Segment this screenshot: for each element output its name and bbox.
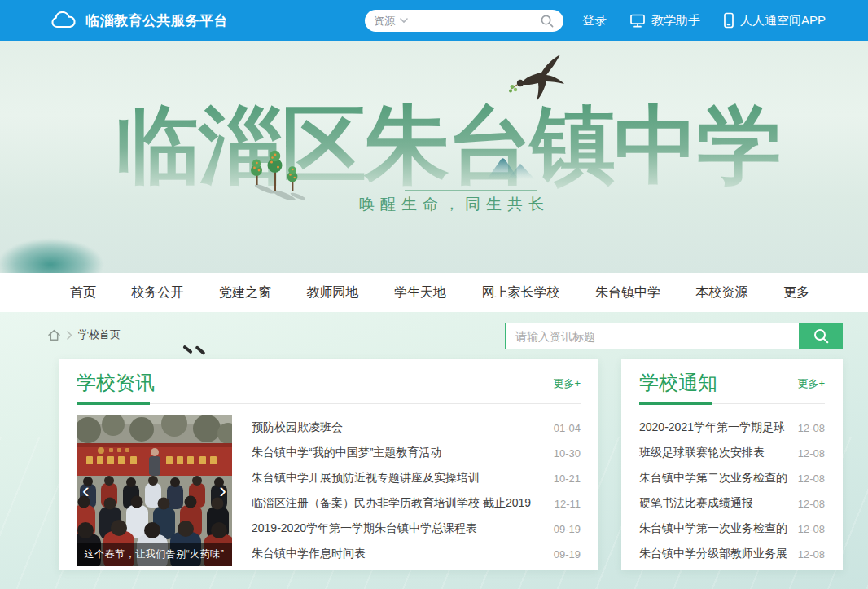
nav-link[interactable]: 首页 [70,285,96,299]
news-item-date: 09-19 [554,548,581,560]
notice-panel-title: 学校通知 [639,371,717,394]
nav-link[interactable]: 校务公开 [132,285,184,299]
teaching-assistant-link[interactable]: 教学助手 [629,13,700,29]
carousel-prev-button[interactable]: ‹ [82,480,90,501]
panel-divider [639,402,825,405]
notice-item-date: 12-08 [798,523,825,535]
school-slogan: 唤醒生命，同生共长 [324,194,585,215]
news-item[interactable]: 2019-2020学年第一学期朱台镇中学总课程表 09-19 [252,516,581,542]
notice-item[interactable]: 朱台镇中学第一次业务检查的 12-08 [639,516,825,542]
notice-item-title[interactable]: 2020-2021学年第一学期足球 [639,420,790,435]
school-name-title: 临淄区朱台镇中学 [0,93,868,199]
news-item-date: 10-30 [554,447,581,459]
notice-item-title[interactable]: 班级足球联赛轮次安排表 [639,446,790,460]
panel-divider [77,402,581,405]
notice-item[interactable]: 朱台镇中学第二次业务检查的 12-08 [639,466,825,491]
news-item-title[interactable]: 朱台镇中学作息时间表 [252,547,546,561]
news-item-date: 12-11 [555,498,581,510]
news-item[interactable]: 朱台镇中学“我的中国梦”主题教育活动 10-30 [252,441,581,466]
carousel-caption[interactable]: 这个春节，让我们告别“火药味” [77,543,232,566]
school-news-panel: 学校资讯 更多+ [59,359,598,570]
mountains-decoration-icon [487,155,549,182]
platform-brand[interactable]: 临淄教育公共服务平台 [85,11,228,30]
nav-item: 首页 [70,284,96,301]
nav-link[interactable]: 党建之窗 [219,285,271,299]
chevron-right-icon [67,331,72,340]
hill-decoration [0,222,124,273]
nav-item: 学生天地 [394,284,446,301]
news-item-title[interactable]: 2019-2020学年第一学期朱台镇中学总课程表 [252,521,546,536]
topbar-search[interactable]: 资源 [365,10,563,32]
nav-link[interactable]: 更多 [783,285,809,299]
news-search-button[interactable] [800,323,843,349]
school-notice-panel: 学校通知 更多+ 2020-2021学年第一学期足球 12-08 班级足球联赛轮… [621,359,843,570]
news-item-title[interactable]: 朱台镇中学“我的中国梦”主题教育活动 [252,446,546,460]
news-item-title[interactable]: 预防校园欺凌班会 [252,420,546,435]
news-item-title[interactable]: 临淄区注册（备案）民办非学历教育培训学校 截止2019 [252,496,546,511]
main-nav-list: 首页 校务公开 党建之窗 教师园地 学生天地 网上家长学校 朱台镇中学 [0,273,868,312]
notice-item[interactable]: 硬笔书法比赛成绩通报 12-08 [639,491,825,516]
login-link[interactable]: 登录 [582,13,607,29]
news-more-link[interactable]: 更多+ [553,376,581,394]
news-panel-title: 学校资讯 [77,371,155,394]
breadcrumb-current[interactable]: 学校首页 [78,327,121,342]
news-search-input[interactable] [505,323,800,349]
notice-item-title[interactable]: 朱台镇中学第一次业务检查的 [639,521,790,536]
monitor-icon [629,13,646,29]
notice-item[interactable]: 班级足球联赛轮次安排表 12-08 [639,441,825,466]
news-item-date: 01-04 [554,422,581,434]
content-area: 学校首页 学校资讯 更多+ [0,312,868,589]
notice-item-title[interactable]: 硬笔书法比赛成绩通报 [639,496,790,511]
notice-list: 2020-2021学年第一学期足球 12-08 班级足球联赛轮次安排表 12-0… [639,415,825,567]
news-item-date: 10-21 [554,473,581,485]
nav-link[interactable]: 朱台镇中学 [595,285,660,299]
breadcrumb: 学校首页 [47,327,121,342]
cloud-logo-icon [50,11,77,30]
main-nav: 首页 校务公开 党建之窗 教师园地 学生天地 网上家长学校 朱台镇中学 [0,273,868,312]
nav-link[interactable]: 学生天地 [394,285,446,299]
phone-icon [723,12,734,29]
home-icon[interactable] [47,328,61,342]
slogan-line-bottom [361,218,491,218]
notice-item-title[interactable]: 朱台镇中学第二次业务检查的 [639,471,790,486]
notice-item-date: 12-08 [798,447,825,459]
notice-item-date: 12-08 [798,548,825,560]
nav-item: 朱台镇中学 [595,284,660,301]
swallow-icon [508,54,568,109]
search-category-select[interactable]: 资源 [374,14,395,29]
nav-link[interactable]: 教师园地 [307,285,359,299]
notice-item-date: 12-08 [798,422,825,434]
search-icon[interactable] [540,14,555,29]
news-searchbox [505,323,843,349]
notice-item-title[interactable]: 朱台镇中学分级部教师业务展 [639,547,790,561]
nav-link[interactable]: 网上家长学校 [482,285,560,299]
nav-item: 更多 [783,284,809,301]
carousel-next-button[interactable]: › [219,480,226,501]
chevron-down-icon[interactable] [400,18,408,24]
nav-item: 本校资源 [696,284,748,301]
slogan-line-top [405,190,537,191]
topbar-links: 登录 教学助手 人人通空间APP [582,0,826,41]
nav-item: 教师园地 [307,284,359,301]
notice-more-link[interactable]: 更多+ [797,376,825,394]
nav-link[interactable]: 本校资源 [696,285,748,299]
news-item[interactable]: 朱台镇中学作息时间表 09-19 [252,542,581,567]
notice-item-date: 12-08 [798,473,825,485]
trees-decoration-icon [247,148,305,204]
news-item[interactable]: 临淄区注册（备案）民办非学历教育培训学校 截止2019 12-11 [252,491,581,516]
notice-item-date: 12-08 [798,498,825,510]
news-item-title[interactable]: 朱台镇中学开展预防近视专题讲座及实操培训 [252,471,546,486]
nav-item: 网上家长学校 [482,284,560,301]
nav-item: 党建之窗 [219,284,271,301]
news-item[interactable]: 朱台镇中学开展预防近视专题讲座及实操培训 10-21 [252,466,581,491]
notice-item[interactable]: 2020-2021学年第一学期足球 12-08 [639,415,825,441]
topbar: 临淄教育公共服务平台 资源 登录 教学助手 [0,0,868,41]
notice-item[interactable]: 朱台镇中学分级部教师业务展 12-08 [639,542,825,567]
nav-item: 校务公开 [132,284,184,301]
news-carousel[interactable]: ‹ › 这个春节，让我们告别“火药味” [77,415,232,566]
renrentong-app-link[interactable]: 人人通空间APP [723,12,826,29]
news-list: 预防校园欺凌班会 01-04 朱台镇中学“我的中国梦”主题教育活动 10-30 … [252,415,581,567]
hero-banner: 临淄区朱台镇中学 [0,41,868,273]
news-item[interactable]: 预防校园欺凌班会 01-04 [252,415,581,441]
news-item-date: 09-19 [554,523,581,535]
